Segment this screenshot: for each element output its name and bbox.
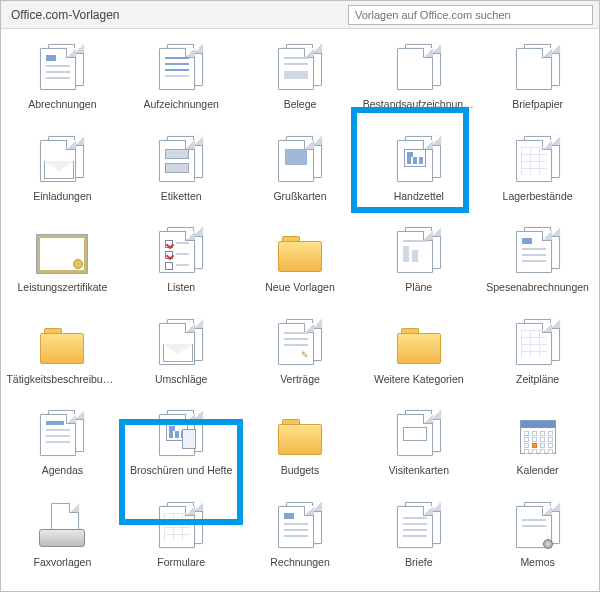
category-abrechnungen[interactable]: Abrechnungen — [3, 37, 122, 111]
category-vertraege[interactable]: ✎ Verträge — [241, 312, 360, 386]
category-label: Briefe — [405, 557, 432, 569]
category-plaene[interactable]: Pläne — [359, 220, 478, 294]
category-spesenabrechnungen[interactable]: Spesenabrechnungen — [478, 220, 597, 294]
category-label: Visitenkarten — [389, 465, 450, 477]
checklist-red-icon — [152, 224, 210, 276]
category-label: Agendas — [42, 465, 83, 477]
category-label: Aufzeichnungen — [144, 99, 219, 111]
category-listen[interactable]: Listen — [122, 220, 241, 294]
folder-icon — [271, 224, 329, 276]
receipt-icon — [271, 41, 329, 93]
blank-highlight-icon — [390, 41, 448, 93]
search-box — [348, 5, 593, 25]
flyer-highlight-icon — [390, 133, 448, 185]
category-einladungen[interactable]: Einladungen — [3, 129, 122, 203]
category-handzettel[interactable]: Handzettel — [359, 129, 478, 203]
search-input[interactable] — [348, 5, 593, 25]
bizcard-icon — [390, 407, 448, 459]
panel-header: Office.com-Vorlagen — [1, 1, 599, 29]
plan-icon — [390, 224, 448, 276]
folder-icon — [33, 316, 91, 368]
category-grusskarten[interactable]: Grußkarten — [241, 129, 360, 203]
checklist-blue-icon — [152, 41, 210, 93]
category-label: Zeitpläne — [516, 374, 559, 386]
category-briefe[interactable]: Briefe — [359, 495, 478, 569]
invoice2-icon — [271, 499, 329, 551]
category-aufzeichnungen[interactable]: Aufzeichnungen — [122, 37, 241, 111]
category-umschlaege[interactable]: Umschläge — [122, 312, 241, 386]
category-label: Belege — [284, 99, 317, 111]
category-label: Budgets — [281, 465, 320, 477]
category-label: Abrechnungen — [28, 99, 96, 111]
label-icon — [152, 133, 210, 185]
category-label: Faxvorlagen — [34, 557, 92, 569]
category-label: Kalender — [517, 465, 559, 477]
panel-title: Office.com-Vorlagen — [11, 8, 120, 22]
category-label: Weitere Kategorien — [374, 374, 464, 386]
category-label: Leistungszertifikate — [17, 282, 107, 294]
category-kalender[interactable]: Kalender — [478, 403, 597, 477]
contract-icon: ✎ — [271, 316, 329, 368]
category-label: Briefpapier — [512, 99, 563, 111]
fax-icon — [33, 499, 91, 551]
agenda-icon — [33, 407, 91, 459]
category-rechnungen[interactable]: Rechnungen — [241, 495, 360, 569]
category-neue-vorlagen[interactable]: Neue Vorlagen — [241, 220, 360, 294]
memo-icon — [509, 499, 567, 551]
certificate-icon — [33, 224, 91, 276]
category-zeitplaene[interactable]: Zeitpläne — [478, 312, 597, 386]
category-label: Handzettel — [394, 191, 444, 203]
category-label: Listen — [167, 282, 195, 294]
category-belege[interactable]: Belege — [241, 37, 360, 111]
category-briefpapier[interactable]: Briefpapier — [478, 37, 597, 111]
category-label: Formulare — [157, 557, 205, 569]
category-budgets[interactable]: Budgets — [241, 403, 360, 477]
category-label: Pläne — [405, 282, 432, 294]
folder-icon — [390, 316, 448, 368]
category-agendas[interactable]: Agendas — [3, 403, 122, 477]
category-taetigkeitsbeschreibungen[interactable]: Tätigkeitsbeschreibungen — [3, 312, 122, 386]
envelope-icon — [33, 133, 91, 185]
envelope-icon — [152, 316, 210, 368]
formgrid-icon — [152, 499, 210, 551]
template-panel: Office.com-Vorlagen Abrechnungen Aufzeic… — [0, 0, 600, 592]
category-bestandsaufzeichnungen[interactable]: Bestandsaufzeichnungen — [359, 37, 478, 111]
greeting-icon — [271, 133, 329, 185]
category-broschueren[interactable]: Broschüren und Hefte — [122, 403, 241, 477]
category-etiketten[interactable]: Etiketten — [122, 129, 241, 203]
schedule-icon — [509, 316, 567, 368]
category-visitenkarten[interactable]: Visitenkarten — [359, 403, 478, 477]
category-formulare[interactable]: Formulare — [122, 495, 241, 569]
category-lagerbestaende[interactable]: Lagerbestände — [478, 129, 597, 203]
category-label: Lagerbestände — [503, 191, 573, 203]
category-memos[interactable]: Memos — [478, 495, 597, 569]
category-label: Memos — [520, 557, 554, 569]
brochure-highlight-icon — [152, 407, 210, 459]
folder-icon — [271, 407, 329, 459]
category-faxvorlagen[interactable]: Faxvorlagen — [3, 495, 122, 569]
table-icon — [509, 133, 567, 185]
category-label: Umschläge — [155, 374, 208, 386]
category-leistungszertifikate[interactable]: Leistungszertifikate — [3, 220, 122, 294]
category-label: Tätigkeitsbeschreibungen — [6, 374, 118, 386]
category-label: Etiketten — [161, 191, 202, 203]
category-label: Rechnungen — [270, 557, 330, 569]
category-label: Grußkarten — [273, 191, 326, 203]
category-label: Broschüren und Hefte — [130, 465, 232, 477]
expense-icon — [509, 224, 567, 276]
category-weitere-kategorien[interactable]: Weitere Kategorien — [359, 312, 478, 386]
invoice-icon — [33, 41, 91, 93]
category-label: Bestandsaufzeichnungen — [363, 99, 475, 111]
category-grid: Abrechnungen Aufzeichnungen Belege Besta… — [1, 29, 599, 576]
category-label: Verträge — [280, 374, 320, 386]
category-label: Neue Vorlagen — [265, 282, 334, 294]
letter-icon — [390, 499, 448, 551]
blank-icon — [509, 41, 567, 93]
calendar-icon — [509, 407, 567, 459]
category-label: Spesenabrechnungen — [486, 282, 589, 294]
category-label: Einladungen — [33, 191, 91, 203]
